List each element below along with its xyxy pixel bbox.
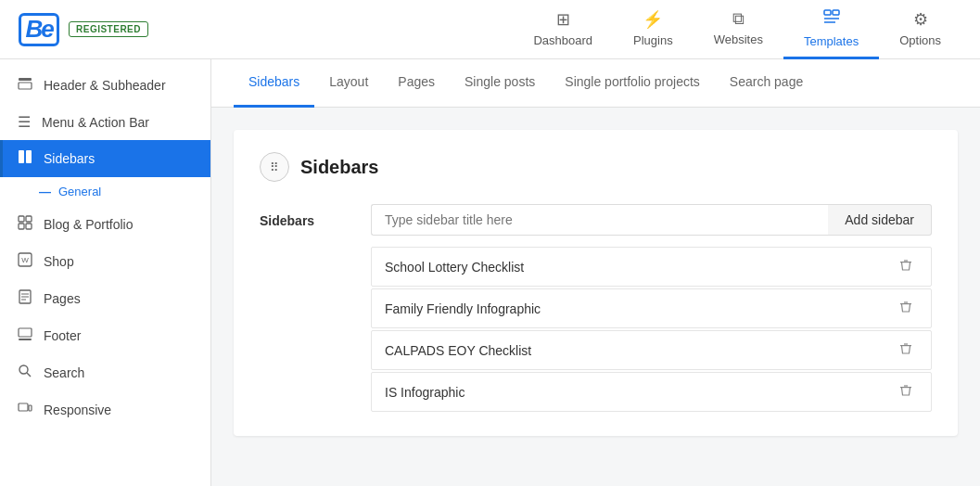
- pages-icon: [18, 289, 32, 308]
- tab-pages[interactable]: Pages: [383, 59, 450, 108]
- sidebar-item-blog[interactable]: Blog & Portfolio: [0, 206, 210, 243]
- dashboard-icon: ⊞: [556, 9, 570, 30]
- nav-label-options: Options: [899, 33, 941, 47]
- sidebar-item-search[interactable]: Search: [0, 354, 210, 391]
- menu-icon: ☰: [18, 113, 31, 131]
- plugins-icon: ⚡: [643, 9, 663, 30]
- sidebars-icon: [18, 149, 32, 168]
- add-sidebar-button[interactable]: Add sidebar: [828, 204, 932, 236]
- responsive-icon: [18, 401, 32, 419]
- sidebar-label-sidebars: Sidebars: [44, 151, 95, 166]
- nav-label-templates: Templates: [804, 34, 859, 48]
- sidebar-label-header: Header & Subheader: [44, 78, 166, 93]
- section-icon-dots: ⠿: [260, 152, 289, 182]
- add-sidebar-row: Add sidebar: [371, 204, 932, 236]
- list-item: School Lottery Checklist: [371, 247, 932, 287]
- page-content: ⠿ Sidebars Sidebars Add sidebar: [211, 108, 980, 458]
- sidebar-label-shop: Shop: [44, 254, 74, 269]
- svg-rect-18: [19, 328, 32, 337]
- sidebars-field-label: Sidebars: [260, 204, 352, 228]
- svg-rect-8: [19, 216, 24, 222]
- delete-button-3[interactable]: [894, 340, 918, 360]
- tab-single-posts[interactable]: Single posts: [450, 59, 550, 108]
- top-nav: Be REGISTERED ⊞ Dashboard ⚡ Plugins ⧉ We…: [0, 0, 980, 59]
- options-icon: ⚙: [913, 9, 928, 30]
- svg-point-20: [19, 365, 28, 374]
- delete-button-4[interactable]: [894, 382, 918, 402]
- sidebar-item-sidebars[interactable]: Sidebars: [0, 140, 210, 177]
- svg-rect-0: [824, 10, 831, 15]
- nav-item-options[interactable]: ⚙ Options: [879, 0, 961, 59]
- sidebar-label-search: Search: [44, 365, 84, 380]
- templates-icon: [822, 7, 841, 31]
- nav-item-websites[interactable]: ⧉ Websites: [694, 0, 783, 59]
- sidebar-title-input[interactable]: [371, 204, 828, 236]
- svg-rect-4: [19, 78, 32, 81]
- svg-rect-23: [29, 405, 32, 411]
- tabs-bar: Sidebars Layout Pages Single posts Singl…: [211, 59, 980, 108]
- svg-rect-19: [19, 339, 32, 340]
- svg-rect-10: [19, 224, 24, 229]
- logo-area: Be REGISTERED: [19, 13, 148, 46]
- section-header: ⠿ Sidebars: [260, 152, 932, 182]
- tab-single-portfolio[interactable]: Single portfolio projects: [550, 59, 715, 108]
- delete-button-1[interactable]: [894, 257, 918, 276]
- nav-label-dashboard: Dashboard: [533, 33, 592, 47]
- sidebar-item-header[interactable]: Header & Subheader: [0, 67, 210, 104]
- top-nav-items: ⊞ Dashboard ⚡ Plugins ⧉ Websites: [513, 0, 961, 59]
- footer-icon: [18, 326, 32, 345]
- svg-rect-1: [833, 10, 839, 15]
- svg-rect-22: [19, 403, 28, 411]
- nav-label-plugins: Plugins: [633, 33, 673, 47]
- tab-sidebars[interactable]: Sidebars: [234, 59, 314, 108]
- main-layout: Header & Subheader ☰ Menu & Action Bar S…: [0, 59, 980, 486]
- logo[interactable]: Be: [19, 13, 59, 46]
- header-icon: [18, 76, 32, 95]
- sidebar-label-responsive: Responsive: [44, 403, 111, 417]
- content-area: Sidebars Layout Pages Single posts Singl…: [211, 59, 980, 486]
- list-item-name: Family Friendly Infographic: [385, 301, 541, 316]
- sidebar-subitem-general[interactable]: — General: [0, 177, 210, 206]
- list-item-name: School Lottery Checklist: [385, 260, 524, 275]
- websites-icon: ⧉: [732, 9, 745, 29]
- list-item-name: IS Infographic: [385, 385, 465, 400]
- svg-line-21: [27, 373, 31, 377]
- list-item-name: CALPADS EOY Checklist: [385, 343, 531, 358]
- sidebars-controls: Add sidebar School Lottery Checklist: [371, 204, 932, 414]
- registered-badge: REGISTERED: [69, 21, 148, 37]
- sidebars-row: Sidebars Add sidebar School Lottery Chec…: [260, 204, 932, 414]
- sidebar-sublabel-general: General: [58, 185, 101, 198]
- left-sidebar: Header & Subheader ☰ Menu & Action Bar S…: [0, 59, 211, 486]
- tab-layout[interactable]: Layout: [314, 59, 383, 108]
- list-item: CALPADS EOY Checklist: [371, 330, 932, 370]
- sidebar-item-shop[interactable]: W Shop: [0, 243, 210, 280]
- sidebar-label-menu: Menu & Action Bar: [42, 115, 149, 130]
- section-title: Sidebars: [300, 157, 378, 178]
- sidebar-item-footer[interactable]: Footer: [0, 317, 210, 354]
- sidebar-label-footer: Footer: [44, 328, 81, 343]
- list-item: Family Friendly Infographic: [371, 288, 932, 328]
- nav-label-websites: Websites: [714, 32, 763, 46]
- list-item: IS Infographic: [371, 372, 932, 412]
- sidebar-item-pages[interactable]: Pages: [0, 280, 210, 317]
- shop-icon: W: [18, 252, 32, 271]
- sidebar-item-menu[interactable]: ☰ Menu & Action Bar: [0, 104, 210, 140]
- delete-button-2[interactable]: [894, 299, 918, 318]
- svg-rect-7: [26, 150, 32, 163]
- tab-search-page[interactable]: Search page: [715, 59, 818, 108]
- svg-rect-6: [19, 150, 24, 163]
- svg-rect-11: [26, 224, 32, 229]
- sidebar-label-blog: Blog & Portfolio: [44, 217, 134, 232]
- sub-dash: —: [39, 185, 51, 198]
- sidebars-section-card: ⠿ Sidebars Sidebars Add sidebar: [234, 130, 958, 436]
- blog-icon: [18, 215, 32, 234]
- sidebar-list: School Lottery Checklist Family Friendly…: [371, 247, 932, 414]
- nav-item-templates[interactable]: Templates: [783, 0, 879, 59]
- sidebar-item-responsive[interactable]: Responsive: [0, 391, 210, 428]
- svg-rect-9: [26, 216, 32, 222]
- nav-item-plugins[interactable]: ⚡ Plugins: [613, 0, 694, 59]
- svg-text:W: W: [21, 256, 29, 264]
- svg-rect-5: [19, 83, 32, 89]
- sidebar-label-pages: Pages: [44, 291, 81, 306]
- nav-item-dashboard[interactable]: ⊞ Dashboard: [513, 0, 613, 59]
